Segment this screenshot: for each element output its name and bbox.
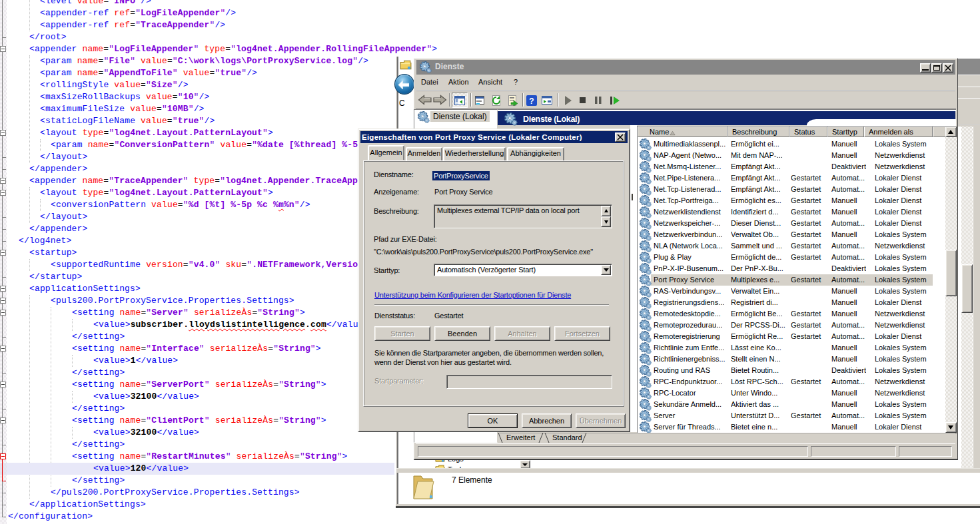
svg-text:?: ? [529,97,534,106]
